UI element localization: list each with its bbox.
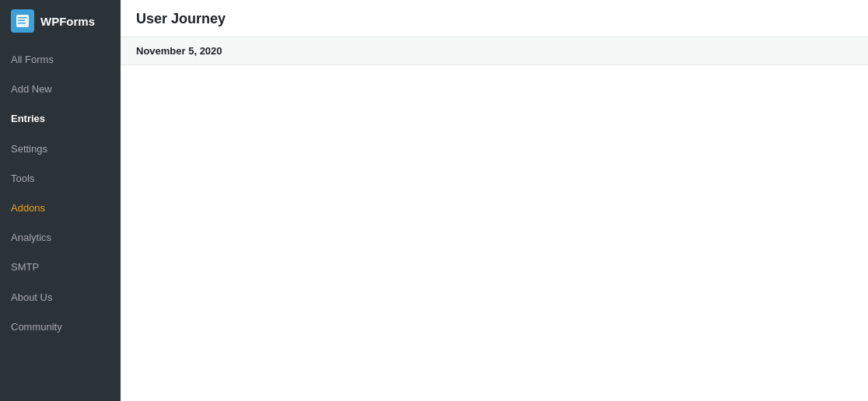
sidebar-item-about-us[interactable]: About Us: [0, 283, 121, 312]
sidebar-nav: All FormsAdd NewEntriesSettingsToolsAddo…: [0, 45, 121, 342]
sidebar: WPForms All FormsAdd NewEntriesSettingsT…: [0, 0, 121, 401]
svg-rect-3: [18, 23, 26, 24]
page-header: User Journey: [121, 0, 868, 37]
page-title: User Journey: [136, 11, 852, 27]
logo-icon: [11, 9, 34, 33]
main-content: User Journey November 5, 2020: [121, 0, 868, 401]
sidebar-item-all-forms[interactable]: All Forms: [0, 45, 121, 75]
svg-rect-1: [18, 17, 27, 19]
sidebar-item-settings[interactable]: Settings: [0, 134, 121, 164]
sidebar-item-analytics[interactable]: Analytics: [0, 223, 121, 253]
sidebar-logo[interactable]: WPForms: [0, 0, 121, 42]
journey-table: [121, 65, 868, 401]
logo-text: WPForms: [40, 15, 95, 28]
sidebar-item-community[interactable]: Community: [0, 312, 121, 342]
sidebar-item-entries[interactable]: Entries: [0, 104, 121, 134]
sidebar-item-smtp[interactable]: SMTP: [0, 253, 121, 282]
sidebar-item-add-new[interactable]: Add New: [0, 75, 121, 104]
sidebar-item-addons[interactable]: Addons: [0, 194, 121, 223]
sidebar-item-tools[interactable]: Tools: [0, 164, 121, 194]
date-header: November 5, 2020: [121, 37, 868, 65]
svg-rect-2: [18, 20, 25, 22]
